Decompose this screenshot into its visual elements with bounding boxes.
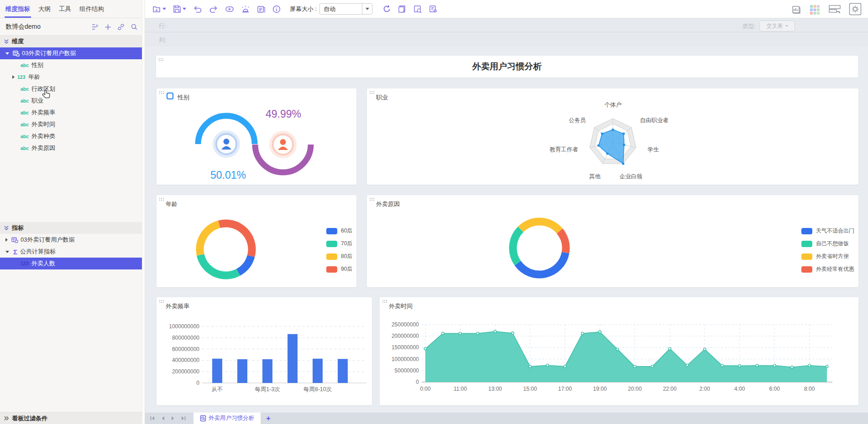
caret-right-icon[interactable] <box>5 238 8 242</box>
doc-search-button[interactable] <box>413 5 422 13</box>
dimension-field-外卖时间[interactable]: abc外卖时间 <box>0 119 142 130</box>
caret-down-icon[interactable] <box>5 251 9 253</box>
svg-text:其他: 其他 <box>589 173 601 180</box>
sidebar-tab-tools[interactable]: 工具 <box>59 0 71 18</box>
measure-item-03外卖订餐用户数据[interactable]: 03外卖订餐用户数据 <box>0 234 142 246</box>
screen-size-select[interactable]: 自动 <box>319 3 372 15</box>
legend-item[interactable]: 90后 <box>326 265 352 273</box>
dimension-section-header[interactable]: 维度 <box>0 36 142 47</box>
alarm-button[interactable] <box>241 5 250 13</box>
caret-down-icon <box>785 25 788 27</box>
svg-text:200000000: 200000000 <box>392 333 419 339</box>
dashboard-canvas: 外卖用户习惯分析 性别 50.01% 49.99% 职业 个体户自由 <box>145 47 868 413</box>
dimension-field-职业[interactable]: abc职业 <box>0 95 142 107</box>
info-button[interactable] <box>272 5 281 13</box>
svg-text:13:00: 13:00 <box>488 386 502 392</box>
legend-item[interactable]: 自己不想做饭 <box>801 240 854 248</box>
legend-item[interactable]: 60后 <box>326 227 352 235</box>
legend-swatch <box>326 241 337 247</box>
undo-button[interactable] <box>193 5 202 13</box>
workspace-row: 数博会demo <box>0 19 142 36</box>
field-type-badge: abc <box>21 145 31 151</box>
dimension-dataset-root[interactable]: 03外卖订餐用户数据 <box>0 47 142 59</box>
legend-item[interactable]: 天气不适合出门 <box>801 227 854 235</box>
dataset-icon <box>13 51 20 57</box>
legend-swatch <box>801 241 812 247</box>
caret-down-icon[interactable] <box>5 52 9 55</box>
field-type-badge: abc <box>21 86 31 92</box>
field-type-badge: 123 <box>21 261 31 266</box>
type-label: 类型: <box>742 22 756 31</box>
last-sheet-button[interactable] <box>181 416 186 421</box>
link-share-button[interactable] <box>225 5 234 13</box>
first-sheet-button[interactable] <box>150 416 155 421</box>
hide-panel-icon[interactable] <box>828 4 842 15</box>
document-button[interactable] <box>257 5 266 13</box>
copy-add-button[interactable] <box>398 5 407 13</box>
workspace-name: 数博会demo <box>5 23 91 31</box>
svg-text:49.99%: 49.99% <box>266 108 301 120</box>
legend-swatch <box>326 228 337 234</box>
sidebar-tab-dimension-metrics[interactable]: 维度指标 <box>5 0 30 18</box>
new-file-button[interactable] <box>152 5 166 13</box>
layout-grid-icon[interactable] <box>809 4 821 15</box>
legend-item[interactable]: 80后 <box>326 253 352 260</box>
drag-handle[interactable] <box>158 58 164 62</box>
dimension-field-年龄[interactable]: 123年龄 <box>0 71 142 83</box>
svg-text:250000000: 250000000 <box>392 321 419 328</box>
sheet-icon <box>200 415 206 422</box>
field-type-badge: abc <box>21 62 31 68</box>
occupation-radar-chart: 个体户自由职业者学生企业白领其他教育工作者公务员 <box>367 88 858 185</box>
svg-text:个体户: 个体户 <box>604 102 622 108</box>
dimension-field-外卖种类[interactable]: abc外卖种类 <box>0 130 142 142</box>
svg-text:每周8-10次: 每周8-10次 <box>303 386 332 393</box>
svg-text:学生: 学生 <box>648 146 659 153</box>
legend-item[interactable]: 外卖省时方便 <box>801 253 854 260</box>
collapse-icon <box>4 225 9 231</box>
search-icon[interactable] <box>131 23 138 31</box>
svg-text:50000000: 50000000 <box>395 367 419 374</box>
legend-item[interactable]: 70后 <box>326 240 352 248</box>
svg-text:自由职业者: 自由职业者 <box>640 117 669 124</box>
redo-button[interactable] <box>209 5 218 13</box>
sheet-tab-bar: 外卖用户习惯分析 + <box>145 413 868 424</box>
pivot-shelf: 行: 类型: 交叉表 列: <box>145 19 868 47</box>
sidebar-scrollbar[interactable] <box>142 0 145 424</box>
sidebar-tab-structure[interactable]: 组件结构 <box>79 0 104 18</box>
collapse-icon <box>4 39 9 44</box>
svg-text:50.01%: 50.01% <box>210 169 246 181</box>
svg-text:800000000: 800000000 <box>172 335 199 341</box>
refresh-button[interactable] <box>382 5 391 13</box>
active-sheet-tab[interactable]: 外卖用户习惯分析 <box>193 413 261 424</box>
field-type-badge: abc <box>21 122 31 127</box>
settings-gear-icon[interactable] <box>849 3 862 16</box>
select-dropdown-button[interactable] <box>362 4 372 14</box>
measure-item-公共计算指标[interactable]: Σ公共计算指标 <box>0 246 142 258</box>
svg-text:公务员: 公务员 <box>569 117 586 124</box>
prev-sheet-button[interactable] <box>161 416 165 421</box>
dimension-field-外卖频率[interactable]: abc外卖频率 <box>0 107 142 119</box>
caret-right-icon[interactable] <box>12 75 15 79</box>
card-time: 外卖时间 05000000010000000015000000020000000… <box>380 297 858 405</box>
type-select[interactable]: 交叉表 <box>759 21 795 31</box>
dimension-field-行政区划[interactable]: abc行政区划 <box>0 83 142 95</box>
measure-item-外卖人数[interactable]: 123外卖人数 <box>0 258 142 269</box>
save-button[interactable] <box>173 5 186 13</box>
hierarchy-icon[interactable] <box>91 23 99 31</box>
legend-swatch <box>326 253 337 260</box>
doc-settings-button[interactable] <box>429 5 438 13</box>
add-icon[interactable] <box>105 24 111 31</box>
card-frequency: 外卖频率 02000000004000000006000000008000000… <box>157 297 372 405</box>
sidebar-tab-outline[interactable]: 大纲 <box>38 0 51 18</box>
svg-text:教育工作者: 教育工作者 <box>549 146 578 153</box>
chart-pages-icon[interactable] <box>790 4 801 15</box>
field-type-badge: abc <box>21 134 31 139</box>
legend-item[interactable]: 外卖经常有优惠 <box>801 265 854 273</box>
dimension-field-性别[interactable]: abc性别 <box>0 59 142 71</box>
add-sheet-button[interactable]: + <box>266 414 271 423</box>
measure-section-header[interactable]: 指标 <box>0 222 142 234</box>
dimension-field-外卖原因[interactable]: abc外卖原因 <box>0 142 142 154</box>
board-filter-footer[interactable]: 看板过滤条件 <box>0 412 142 424</box>
next-sheet-button[interactable] <box>171 416 175 421</box>
link-icon[interactable] <box>117 23 125 31</box>
